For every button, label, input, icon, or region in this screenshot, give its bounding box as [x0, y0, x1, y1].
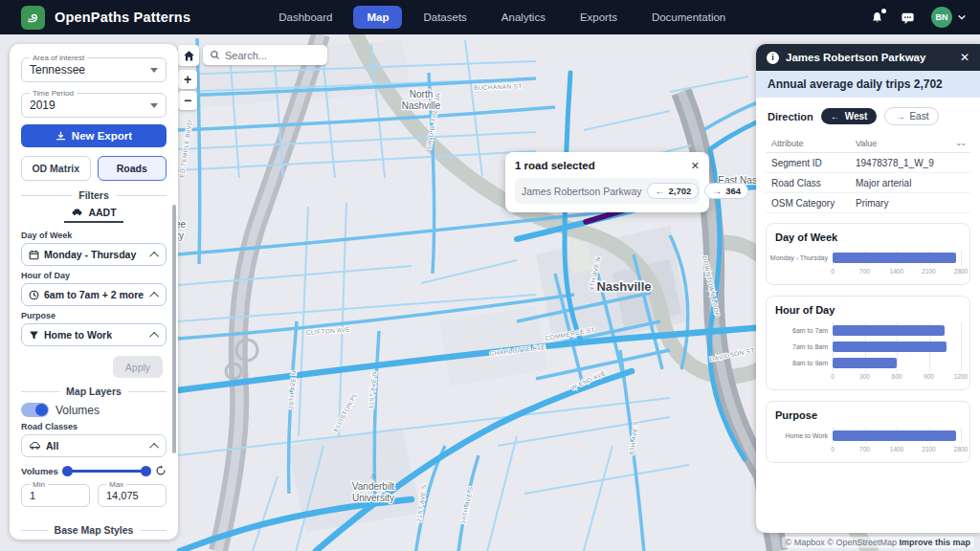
map-layers-divider: Map Layers: [21, 386, 167, 397]
zoom-out-button[interactable]: −: [178, 91, 197, 110]
table-row[interactable]: OSM CategoryPrimary: [766, 193, 970, 213]
east-trips-value: 364: [725, 186, 741, 196]
chart-bar: [833, 342, 947, 352]
volumes-range-slider[interactable]: [64, 470, 149, 473]
filters-divider: Filters: [21, 189, 167, 201]
table-cell: Primary: [850, 193, 970, 213]
value-column-header[interactable]: Value⌄⌄: [850, 135, 970, 153]
attribution-osm-link[interactable]: © OpenStreetMap: [827, 538, 897, 547]
chart-tick-label: 700: [859, 446, 870, 452]
direction-west-label: West: [845, 111, 868, 121]
improve-map-link[interactable]: Improve this map: [899, 538, 970, 547]
apply-button[interactable]: Apply: [113, 356, 163, 378]
day-of-week-value: Monday - Thursday: [44, 249, 147, 260]
area-of-interest-label: Area of interest: [30, 54, 87, 62]
place-label-north-nashville: North: [410, 89, 433, 99]
nav-tabs: DashboardMapDatasetsAnalyticsExportsDocu…: [265, 6, 739, 29]
slider-handle-min[interactable]: [62, 466, 73, 476]
nav-tab-exports[interactable]: Exports: [567, 6, 631, 29]
chevron-up-icon: [149, 291, 159, 300]
aadt-label: AADT: [88, 207, 116, 218]
chart-gridline: [961, 250, 962, 266]
max-label: Max: [106, 480, 126, 489]
nav-tab-documentation[interactable]: Documentation: [638, 6, 739, 29]
caret-down-icon: [150, 103, 158, 108]
arrow-right-icon: →: [712, 186, 722, 196]
sort-icon[interactable]: ⌄⌄: [956, 139, 965, 147]
info-icon: i: [767, 52, 779, 64]
hour-of-day-value: 6am to 7am + 2 more: [44, 289, 147, 300]
east-trips-pill[interactable]: → 364: [704, 183, 748, 199]
place-label-vanderbilt-2: University: [352, 493, 394, 503]
chevron-down-icon: [957, 12, 967, 22]
chart-gridline: [961, 322, 962, 371]
arrow-right-icon: →: [895, 111, 904, 121]
chevron-up-icon: [149, 442, 159, 452]
area-of-interest-select[interactable]: Area of interest Tennessee: [21, 54, 167, 82]
slider-handle-max[interactable]: [141, 466, 151, 476]
car-icon: [29, 441, 41, 451]
attribute-column-header[interactable]: Attribute: [766, 135, 850, 153]
time-period-label: Time Period: [30, 89, 77, 98]
map-search[interactable]: [203, 45, 327, 65]
area-of-interest-value: Tennessee: [30, 63, 85, 77]
table-cell: Road Class: [766, 173, 850, 193]
direction-east-button[interactable]: → East: [884, 107, 939, 125]
app-logo[interactable]: [21, 6, 45, 30]
place-label-north-nashville-2: Nashville: [402, 100, 441, 111]
reset-icon[interactable]: [155, 465, 167, 476]
nav-tab-analytics[interactable]: Analytics: [488, 6, 559, 29]
caret-down-icon: [150, 68, 158, 73]
new-export-button[interactable]: New Export: [21, 124, 167, 147]
table-row[interactable]: Road ClassMajor arterial: [766, 173, 970, 193]
chart-tick-label: 2100: [922, 446, 935, 452]
nav-tab-map[interactable]: Map: [353, 6, 402, 29]
chart-bar: [833, 325, 945, 336]
notifications-button[interactable]: [870, 11, 884, 25]
time-period-select[interactable]: Time Period 2019: [21, 89, 167, 118]
map-attribution: © Mapbox © OpenStreetMap Improve this ma…: [782, 537, 974, 548]
messages-button[interactable]: [901, 11, 915, 25]
road-classes-label: Road Classes: [21, 422, 167, 431]
panel-header: i James Robertson Parkway ✕: [756, 44, 980, 71]
od-matrix-button[interactable]: OD Matrix: [21, 156, 91, 181]
direction-west-button[interactable]: ← West: [821, 108, 878, 124]
search-input[interactable]: [225, 50, 321, 61]
popup-close-icon[interactable]: ✕: [691, 161, 700, 171]
purpose-select[interactable]: Home to Work: [21, 323, 167, 346]
roads-button[interactable]: Roads: [98, 156, 167, 181]
sidebar-scrollbar[interactable]: [172, 205, 176, 453]
zoom-in-button[interactable]: +: [178, 70, 197, 89]
nav-tab-datasets[interactable]: Datasets: [410, 6, 479, 29]
chart-gridline: [961, 428, 962, 444]
tab-aadt[interactable]: AADT: [64, 207, 123, 223]
volumes-toggle[interactable]: [21, 403, 49, 417]
popup-road-row[interactable]: James Robertson Parkway ← 2,702 → 364: [515, 178, 700, 204]
west-trips-pill[interactable]: ← 2,702: [647, 183, 699, 199]
place-label-nashville: Nashville: [596, 279, 651, 294]
calendar-icon: [29, 250, 39, 260]
chart-category-label: Monday - Thursday: [775, 250, 833, 266]
hour-of-day-chart: 6am to 7am7am to 8am8am to 9am0300600900…: [775, 322, 961, 383]
chart-tick-label: 0: [831, 446, 835, 452]
nav-tab-dashboard[interactable]: Dashboard: [265, 6, 345, 29]
chart-tick-label: 1200: [954, 373, 968, 380]
new-export-label: New Export: [72, 130, 132, 142]
popup-title: 1 road selected: [515, 160, 595, 171]
purpose-chart: Home to Work0700140021002800: [775, 428, 961, 455]
table-row[interactable]: Segment ID19478378_1_W_9: [766, 153, 970, 173]
arrow-left-icon: ←: [831, 111, 840, 121]
min-input[interactable]: Min 1: [21, 480, 90, 507]
day-of-week-card: Day of Week Monday - Thursday07001400210…: [766, 223, 970, 285]
attribution-mapbox-link[interactable]: © Mapbox: [786, 538, 825, 547]
chart-category-label: 7am to 8am: [775, 339, 833, 355]
user-menu[interactable]: BN: [931, 7, 967, 28]
max-input[interactable]: Max 14,075: [98, 480, 167, 507]
min-value: 1: [30, 490, 35, 501]
panel-close-icon[interactable]: ✕: [960, 51, 969, 64]
hour-of-day-select[interactable]: 6am to 7am + 2 more: [21, 283, 167, 306]
day-of-week-select[interactable]: Monday - Thursday: [21, 243, 167, 266]
home-button[interactable]: [178, 45, 199, 66]
day-of-week-chart: Monday - Thursday0700140021002800: [775, 250, 961, 277]
road-classes-select[interactable]: All: [21, 434, 167, 457]
